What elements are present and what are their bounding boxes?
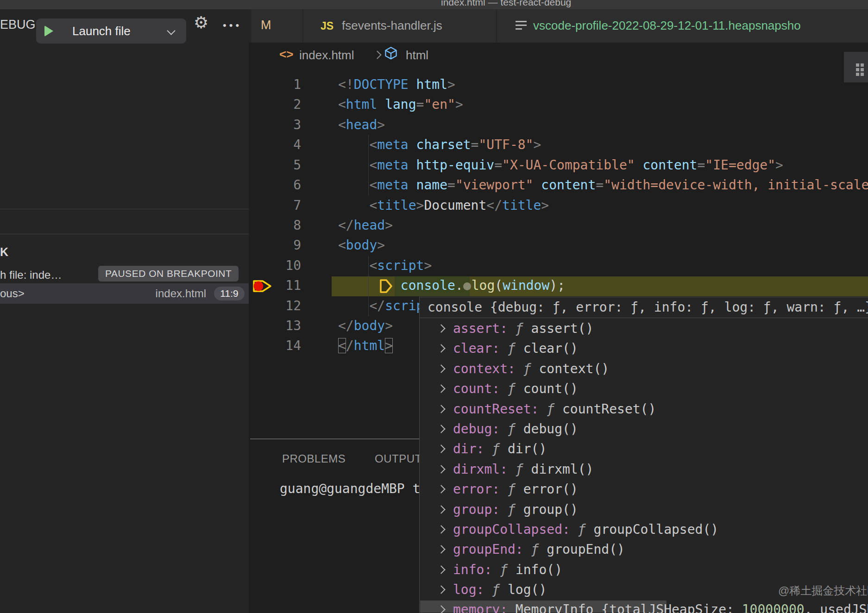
tab-heapsnapshot[interactable]: vscode-profile-2022-08-29-12-01-11.heaps… (497, 9, 868, 43)
property-name: error: (453, 482, 508, 497)
popup-property-row[interactable]: dir: ƒ dir() (420, 439, 868, 459)
property-name: debug: (453, 421, 508, 437)
panel-tab-output[interactable]: OUTPUT (375, 452, 422, 465)
paused-breakpoint-icon[interactable] (252, 277, 273, 295)
line-number[interactable]: 2 (250, 94, 301, 114)
property-name: dirxml: (453, 462, 516, 477)
line-number[interactable]: 5 (250, 155, 301, 175)
chevron-expand-icon[interactable] (437, 525, 445, 533)
debug-sidebar: K h file: inde… PAUSED ON BREAKPOINT ous… (0, 43, 249, 613)
chevron-expand-icon[interactable] (437, 364, 445, 373)
code-line[interactable]: 4 <meta charset="UTF-8"> (250, 135, 868, 155)
line-number[interactable]: 13 (250, 316, 301, 336)
breadcrumb-file[interactable]: index.html (299, 48, 354, 63)
panel-tab-problems[interactable]: PROBLEMS (282, 452, 346, 465)
popup-property-row[interactable]: groupCollapsed: ƒ groupCollapsed() (420, 519, 868, 539)
code-line[interactable]: 10 <script> (250, 256, 868, 275)
vscode-window: index.html — test-react-debug EBUG Launc… (0, 0, 868, 613)
chevron-expand-icon[interactable] (437, 344, 445, 353)
chevron-expand-icon[interactable] (437, 585, 445, 594)
code-text: <meta name="viewport" content="width=dev… (301, 175, 868, 195)
start-debug-icon[interactable] (44, 25, 53, 37)
line-number[interactable]: 7 (250, 195, 301, 215)
line-number[interactable]: 4 (250, 135, 301, 155)
stack-frame-file: index.html (156, 287, 206, 300)
line-number[interactable]: 14 (250, 336, 301, 356)
popup-property-row[interactable]: memory: MemoryInfo {totalJSHeapSize: 100… (420, 600, 868, 613)
code-line[interactable]: 5 <meta http-equiv="X-UA-Compatible" con… (250, 155, 868, 175)
chevron-expand-icon[interactable] (437, 565, 445, 574)
popup-property-row[interactable]: clear: ƒ clear() (420, 338, 868, 358)
chevron-expand-icon[interactable] (437, 324, 445, 332)
call-stack-section-header[interactable]: K (0, 245, 8, 259)
editor-drag-handle[interactable] (844, 52, 868, 82)
popup-property-row[interactable]: error: ƒ error() (420, 479, 868, 499)
window-title: index.html — test-react-debug (441, 0, 571, 8)
popup-property-list: assert: ƒ assert()clear: ƒ clear()contex… (420, 319, 868, 613)
gear-icon[interactable]: ⚙ (194, 13, 208, 32)
title-bar: index.html — test-react-debug (0, 0, 868, 9)
code-line[interactable]: 8</head> (250, 215, 868, 235)
line-number[interactable]: 6 (250, 175, 301, 195)
code-line[interactable]: 11 console.log(window); (250, 275, 868, 295)
code-line[interactable]: 3<head> (250, 115, 868, 135)
git-modified-badge: M (261, 18, 271, 32)
tab-modified-file[interactable]: M (251, 9, 302, 43)
call-stack-session-label[interactable]: h file: inde… (0, 269, 62, 281)
code-text: </html> (301, 336, 393, 356)
popup-property-row[interactable]: info: ƒ info() (420, 560, 868, 580)
popup-property-row[interactable]: count: ƒ count() (420, 379, 868, 399)
panel-divider[interactable] (250, 438, 419, 439)
watermark: @稀土掘金技术社区 (778, 583, 868, 598)
code-line[interactable]: 7 <title>Document</title> (250, 195, 868, 215)
popup-property-row[interactable]: assert: ƒ assert() (420, 319, 868, 338)
more-actions-icon[interactable]: ••• (223, 19, 242, 31)
property-name: assert: (453, 321, 516, 336)
code-line[interactable]: 6 <meta name="viewport" content="width=d… (250, 175, 868, 195)
popup-value-header[interactable]: console {debug: ƒ, error: ƒ, info: ƒ, lo… (428, 297, 868, 317)
popup-divider (420, 318, 868, 318)
chevron-expand-icon[interactable] (437, 425, 445, 433)
line-number[interactable]: 12 (250, 296, 301, 316)
breadcrumb-node[interactable]: html (406, 48, 428, 63)
popup-property-row[interactable]: countReset: ƒ countReset() (420, 399, 868, 419)
chevron-expand-icon[interactable] (437, 485, 445, 493)
call-stack-frame-row[interactable]: ous> index.html 11:9 (0, 283, 249, 304)
debug-hover-popup: console {debug: ƒ, error: ƒ, info: ƒ, lo… (419, 297, 868, 613)
code-line[interactable]: 2<html lang="en"> (250, 94, 868, 114)
property-name: countReset: (453, 401, 547, 417)
inline-breakpoint-icon[interactable] (379, 278, 393, 294)
line-number[interactable]: 1 (250, 75, 301, 94)
chevron-expand-icon[interactable] (437, 445, 445, 453)
popup-property-row[interactable]: debug: ƒ debug() (420, 419, 868, 439)
line-number[interactable]: 8 (250, 215, 301, 235)
chevron-expand-icon[interactable] (437, 384, 445, 393)
header-row: EBUG Launch file ⚙ ••• M JS fsevents-han… (0, 9, 868, 43)
chevron-expand-icon[interactable] (437, 465, 445, 473)
line-number[interactable]: 10 (250, 256, 301, 275)
tab-fsevents-handler[interactable]: JS fsevents-handler.js (303, 9, 496, 43)
chevron-right-icon (373, 50, 381, 59)
launch-config-dropdown[interactable]: Launch file (36, 19, 186, 44)
tab-label: fsevents-handler.js (342, 19, 442, 33)
breadcrumb: <> index.html html (250, 46, 868, 65)
chevron-expand-icon[interactable] (437, 606, 445, 613)
chevron-expand-icon[interactable] (437, 505, 445, 513)
popup-property-row[interactable]: group: ƒ group() (420, 500, 868, 519)
chevron-expand-icon[interactable] (437, 405, 445, 413)
chevron-expand-icon[interactable] (437, 545, 445, 554)
code-line[interactable]: 9<body> (250, 235, 868, 255)
popup-property-row[interactable]: dirxml: ƒ dirxml() (420, 459, 868, 479)
code-text: <meta charset="UTF-8"> (301, 135, 541, 155)
code-line[interactable]: 1<!DOCTYPE html> (250, 75, 868, 94)
popup-property-row[interactable]: groupEnd: ƒ groupEnd() (420, 539, 868, 559)
terminal-prompt[interactable]: guang@guangdeMBP t (280, 481, 420, 496)
column-breakpoint-dot-icon[interactable] (463, 282, 471, 290)
property-name: memory: (453, 602, 516, 613)
line-number[interactable]: 3 (250, 115, 301, 135)
line-number[interactable]: 9 (250, 235, 301, 255)
property-name: info: (453, 562, 500, 577)
code-file-icon: <> (279, 47, 293, 62)
popup-property-row[interactable]: context: ƒ context() (420, 359, 868, 379)
property-name: log: (453, 582, 492, 597)
